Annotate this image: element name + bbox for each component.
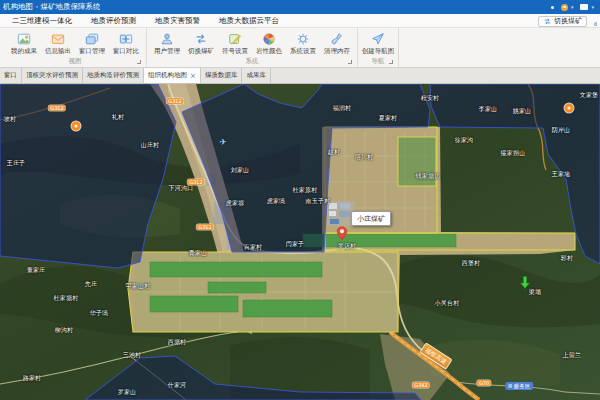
menu-items: 二三维建模一体化地质评价预测地质灾害预警地质大数据云平台 [0, 16, 279, 26]
ribbon-button[interactable]: 窗口管理 [75, 28, 109, 55]
switch-mine-button[interactable]: 切换煤矿 [538, 16, 587, 27]
navigation-icon [361, 30, 395, 47]
document-tab-strip: 窗口顶板突水评价预测地质构造评价预测组织机构地图×煤质数据库成果库 [0, 68, 600, 84]
map-marker-red-pin[interactable] [336, 226, 348, 245]
group-dialog-launcher-icon[interactable] [389, 60, 393, 64]
mine-callout[interactable]: 小庄煤矿 [351, 211, 391, 226]
mine-site-buildings [327, 201, 354, 226]
ribbon-group-buttons: 我的成果信息输出窗口管理窗口对比 [7, 28, 143, 56]
group-dialog-launcher-icon[interactable] [348, 60, 352, 64]
mine-panel-north [398, 137, 436, 186]
symbol-edit-icon [218, 30, 252, 47]
gear-icon [286, 30, 320, 47]
ribbon-button[interactable]: 创建导航图 [361, 28, 395, 55]
app-window: { "window": { "title": "机构地图 - 煤矿地质保障系统"… [0, 0, 600, 400]
document-tab[interactable]: 组织机构地图× [143, 68, 201, 83]
ribbon-group-buttons: 创建导航图 [361, 28, 395, 56]
swap-icon [184, 30, 218, 47]
ribbon-button-label: 系统设置 [286, 47, 320, 55]
windows-icon [75, 30, 109, 47]
ribbon-button-label: 符号设置 [218, 47, 252, 55]
menu-right: 切换煤矿 [538, 16, 597, 27]
ribbon-group-label: 系统 [150, 56, 354, 67]
title-bar: 机构地图 - 煤矿地质保障系统 ▾ ▾ [0, 0, 600, 14]
document-tab[interactable]: 地质构造评价预测 [83, 68, 144, 83]
map-marker-orange-circle[interactable] [565, 104, 574, 113]
document-tab[interactable]: 窗口 [0, 68, 22, 83]
satellite-map[interactable] [0, 84, 600, 400]
menu-item[interactable]: 地质大数据云平台 [219, 16, 279, 26]
window-title: 机构地图 - 煤矿地质保障系统 [3, 0, 100, 14]
broom-icon [320, 30, 354, 47]
document-tab[interactable]: 煤质数据库 [201, 68, 243, 83]
ribbon-group-buttons: 用户管理切换煤矿符号设置岩性颜色系统设置清理内存 [150, 28, 354, 56]
ribbon-button-label: 窗口对比 [109, 47, 143, 55]
ribbon-group: 创建导航图导航 [358, 28, 399, 67]
ribbon-button-label: 切换煤矿 [184, 47, 218, 55]
ribbon-group-label: 视图 [7, 56, 143, 67]
ribbon-button-label: 用户管理 [150, 47, 184, 55]
menu-bar: 二三维建模一体化地质评价预测地质灾害预警地质大数据云平台 切换煤矿 [0, 14, 600, 28]
caret-down-icon[interactable]: ▾ [591, 0, 594, 14]
window-menu-icon[interactable] [580, 4, 588, 10]
menu-item[interactable]: 地质灾害预警 [155, 16, 200, 26]
user-icon [150, 30, 184, 47]
partial-user-icon[interactable] [591, 16, 597, 26]
caret-down-icon[interactable]: ▾ [571, 0, 574, 14]
ribbon-group: 用户管理切换煤矿符号设置岩性颜色系统设置清理内存系统 [147, 28, 358, 67]
ribbon-toolbar: 我的成果信息输出窗口管理窗口对比视图用户管理切换煤矿符号设置岩性颜色系统设置清理… [0, 28, 600, 68]
map-marker-plane[interactable]: ✈ [219, 130, 227, 149]
ribbon-button[interactable]: 用户管理 [150, 28, 184, 55]
ribbon-button-label: 窗口管理 [75, 47, 109, 55]
ribbon-group: 我的成果信息输出窗口管理窗口对比视图 [4, 28, 147, 67]
map-canvas [0, 84, 600, 400]
image-icon [7, 30, 41, 47]
ribbon-button[interactable]: 符号设置 [218, 28, 252, 55]
map-marker-green-arrow[interactable] [520, 275, 531, 294]
map-marker-orange-circle[interactable] [72, 122, 81, 131]
menu-item[interactable]: 地质评价预测 [91, 16, 136, 26]
group-dialog-launcher-icon[interactable] [137, 60, 141, 64]
ribbon-button[interactable]: 岩性颜色 [252, 28, 286, 55]
document-tab[interactable]: 顶板突水评价预测 [22, 68, 83, 83]
ribbon-button[interactable]: 我的成果 [7, 28, 41, 55]
window-compare-icon [109, 30, 143, 47]
ribbon-button[interactable]: 清理内存 [320, 28, 354, 55]
palette-icon [252, 30, 286, 47]
ribbon-button-label: 清理内存 [320, 47, 354, 55]
document-tab[interactable]: 成果库 [242, 68, 271, 83]
menu-item[interactable]: 二三维建模一体化 [12, 16, 72, 26]
titlebar-controls: ▾ ▾ [551, 0, 594, 14]
ribbon-button[interactable]: 系统设置 [286, 28, 320, 55]
ribbon-button-label: 我的成果 [7, 47, 41, 55]
ribbon-button[interactable]: 信息输出 [41, 28, 75, 55]
ribbon-button[interactable]: 窗口对比 [109, 28, 143, 55]
ribbon-button[interactable]: 切换煤矿 [184, 28, 218, 55]
ribbon-button-label: 岩性颜色 [252, 47, 286, 55]
swap-icon [543, 17, 552, 26]
tab-close-icon[interactable]: × [190, 73, 196, 79]
status-dot-icon [551, 6, 554, 9]
ribbon-button-label: 信息输出 [41, 47, 75, 55]
doc-tabs: 窗口顶板突水评价预测地质构造评价预测组织机构地图×煤质数据库成果库 [0, 68, 271, 83]
user-badge-icon[interactable] [561, 4, 568, 11]
ribbon-button-label: 创建导航图 [361, 47, 395, 55]
ribbon-group-label: 导航 [361, 56, 395, 67]
ribbon-groups: 我的成果信息输出窗口管理窗口对比视图用户管理切换煤矿符号设置岩性颜色系统设置清理… [0, 28, 399, 67]
mail-icon [41, 30, 75, 47]
